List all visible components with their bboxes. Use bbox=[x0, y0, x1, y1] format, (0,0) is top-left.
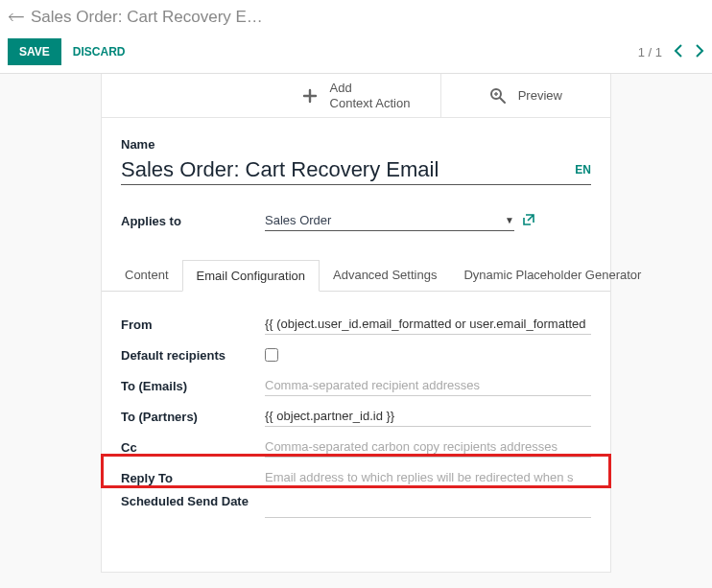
save-button[interactable]: SAVE bbox=[8, 38, 61, 65]
tab-advanced-settings[interactable]: Advanced Settings bbox=[320, 260, 450, 291]
reply-to-input[interactable] bbox=[265, 467, 591, 488]
external-link-icon[interactable] bbox=[522, 213, 535, 229]
caret-down-icon: ▼ bbox=[505, 215, 514, 225]
to-emails-input[interactable] bbox=[265, 375, 591, 396]
pager-next-icon[interactable] bbox=[695, 42, 704, 62]
action-bar: SAVE DISCARD 1 / 1 bbox=[0, 31, 712, 74]
scheduled-send-label: Scheduled Send Date bbox=[121, 493, 265, 510]
breadcrumb: 🡐 Sales Order: Cart Recovery E… bbox=[0, 0, 712, 31]
form-sheet: Add Context Action Preview Name EN bbox=[101, 74, 611, 573]
tab-dynamic-placeholder[interactable]: Dynamic Placeholder Generator bbox=[450, 260, 654, 291]
from-input[interactable] bbox=[265, 314, 591, 335]
back-arrow-icon[interactable]: 🡐 bbox=[8, 9, 25, 26]
tabs: Content Email Configuration Advanced Set… bbox=[102, 260, 610, 292]
applies-to-select[interactable]: Sales Order ▼ bbox=[265, 210, 514, 231]
add-context-line2: Context Action bbox=[330, 96, 411, 110]
to-partners-input[interactable] bbox=[265, 406, 591, 427]
discard-button[interactable]: DISCARD bbox=[61, 38, 137, 65]
cc-input[interactable] bbox=[265, 436, 591, 458]
add-context-action-button[interactable]: Add Context Action bbox=[271, 74, 440, 117]
pager-prev-icon[interactable] bbox=[674, 42, 683, 62]
svg-line-1 bbox=[500, 98, 505, 103]
reply-to-label: Reply To bbox=[121, 471, 265, 485]
name-field-wrap: EN bbox=[121, 157, 591, 185]
to-emails-label: To (Emails) bbox=[121, 379, 265, 393]
default-recipients-checkbox[interactable] bbox=[265, 348, 278, 362]
language-button[interactable]: EN bbox=[569, 163, 591, 176]
tab-content[interactable]: Content bbox=[111, 260, 182, 291]
tab-email-configuration[interactable]: Email Configuration bbox=[182, 260, 320, 292]
magnify-icon bbox=[489, 87, 507, 105]
scheduled-send-input[interactable] bbox=[265, 497, 591, 518]
top-action-empty bbox=[102, 74, 271, 117]
cc-label: Cc bbox=[121, 440, 265, 455]
pager: 1 / 1 bbox=[638, 42, 704, 62]
preview-button[interactable]: Preview bbox=[441, 74, 610, 117]
add-context-line1: Add bbox=[330, 81, 352, 95]
breadcrumb-title[interactable]: Sales Order: Cart Recovery E… bbox=[31, 8, 263, 27]
to-partners-label: To (Partners) bbox=[121, 410, 265, 424]
pager-text: 1 / 1 bbox=[638, 45, 662, 59]
tab-body: From Default recipients To (Emails) To (… bbox=[102, 292, 610, 541]
from-label: From bbox=[121, 318, 265, 332]
plus-icon bbox=[301, 87, 319, 105]
add-context-label: Add Context Action bbox=[330, 81, 411, 110]
preview-label: Preview bbox=[518, 88, 562, 104]
default-recipients-label: Default recipients bbox=[121, 348, 265, 363]
sheet-top-actions: Add Context Action Preview bbox=[102, 74, 610, 118]
name-label: Name bbox=[121, 137, 591, 152]
applies-to-label: Applies to bbox=[121, 214, 265, 228]
name-input[interactable] bbox=[121, 157, 569, 182]
applies-to-value: Sales Order bbox=[265, 213, 331, 227]
